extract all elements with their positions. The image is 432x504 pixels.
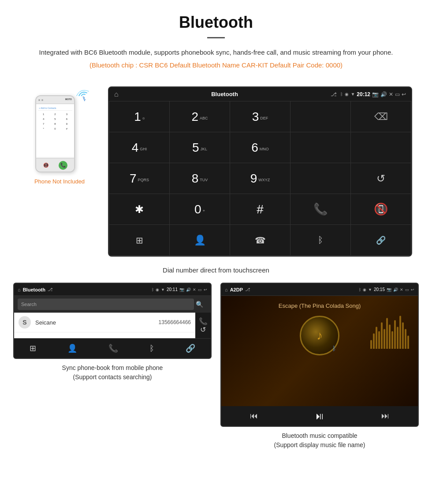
phone-wrapper: ᛒ MOTO + Add to Contacts 1 2 3 4 5 xyxy=(35,86,84,175)
pb-status-right: ᛒ ◉ ▼ 20:11 📷 🔊 ✕ ▭ ↩ xyxy=(152,287,207,292)
music-bt-overlay-icon: ᛒ xyxy=(332,345,336,352)
music-song-title: Escape (The Pina Colada Song) xyxy=(228,302,411,309)
music-back-icon[interactable]: ↩ xyxy=(411,287,414,292)
pb-search-icon[interactable]: 🔍 xyxy=(196,301,203,308)
phone-key-5[interactable]: 5 xyxy=(49,117,60,121)
bluetooth-specs: (Bluetooth chip : CSR BC6 Default Blueto… xyxy=(26,61,406,69)
pb-bt-bottom-icon[interactable]: ᛒ xyxy=(149,344,154,353)
pb-contact-number: 13566664466 xyxy=(159,319,191,325)
music-frame: ⌂ A2DP ⎇ ᛒ ◉ ▼ 20:15 📷 🔊 ✕ ▭ ↩ Escape (T… xyxy=(220,283,419,427)
dial-key-1[interactable]: 1⌾ xyxy=(109,101,170,132)
dial-key-hash[interactable]: # xyxy=(230,194,290,225)
pb-contacts-icon[interactable]: 👤 xyxy=(67,343,77,353)
dial-close-icon[interactable]: ✕ xyxy=(389,91,393,97)
dial-location-icon: ◉ xyxy=(345,92,349,97)
music-play-pause-button[interactable]: ⏯ xyxy=(315,411,324,422)
music-screen-icon[interactable]: ▭ xyxy=(405,287,409,292)
phone-key-6[interactable]: 6 xyxy=(61,117,72,121)
music-close-icon[interactable]: ✕ xyxy=(400,287,403,292)
phone-key-9[interactable]: 9 xyxy=(61,122,72,126)
dial-key-6[interactable]: 6MNO xyxy=(230,132,290,163)
dial-key-star[interactable]: ✱ xyxy=(109,194,170,225)
middle-section: ᛒ MOTO + Add to Contacts 1 2 3 4 5 xyxy=(0,82,432,261)
pb-search-placeholder: Search xyxy=(21,302,37,307)
pb-side-sync-icon[interactable]: ↺ xyxy=(200,325,206,334)
svg-text:ᛒ: ᛒ xyxy=(82,95,87,102)
pb-contact-row[interactable]: S Seicane 13566664466 xyxy=(14,313,195,332)
phone-key-hash[interactable]: # xyxy=(61,127,72,131)
pb-search-input[interactable]: Search xyxy=(18,299,194,310)
music-cam-icon: 📷 xyxy=(387,287,391,292)
music-loc-icon: ◉ xyxy=(363,287,366,292)
dial-grid-button[interactable]: ⊞ xyxy=(109,225,170,256)
phone-brand: MOTO xyxy=(65,98,72,101)
phone-keypad: 1 2 3 4 5 6 7 8 9 * 0 # xyxy=(38,112,72,131)
pb-back-icon[interactable]: ↩ xyxy=(204,287,207,292)
pb-loc-icon: ◉ xyxy=(156,287,159,292)
dial-keypad-grid: 1⌾ 2ABC 3DEF ⌫ 4GHI 5JKL xyxy=(109,101,411,256)
music-home-icon[interactable]: ⌂ xyxy=(225,287,228,292)
phone-screen: + Add to Contacts 1 2 3 4 5 6 7 8 9 * 0 … xyxy=(36,104,74,157)
page-title: Bluetooth xyxy=(26,13,406,32)
pb-usb-icon: ⎇ xyxy=(48,287,53,292)
phone-key-1[interactable]: 1 xyxy=(38,112,49,116)
dial-back-icon[interactable]: ↩ xyxy=(402,91,406,97)
music-caption-text: Bluetooth music compatible(Support displ… xyxy=(274,432,365,448)
dial-volume-icon[interactable]: 🔊 xyxy=(380,91,387,97)
dial-bluetooth-button[interactable]: ᛒ xyxy=(290,225,351,256)
phone-key-2[interactable]: 2 xyxy=(49,112,60,116)
dial-key-7[interactable]: 7PQRS xyxy=(109,163,170,194)
music-note-icon: ♪ xyxy=(317,329,323,343)
music-skip-prev-button[interactable]: ⏮ xyxy=(250,411,258,421)
dial-key-3[interactable]: 3DEF xyxy=(230,101,290,132)
phone-key-star[interactable]: * xyxy=(38,127,49,131)
music-skip-next-button[interactable]: ⏭ xyxy=(381,411,389,421)
dial-status-right: ᛒ ◉ ▼ 20:12 📷 🔊 ✕ ▭ ↩ xyxy=(340,91,406,97)
title-divider xyxy=(207,37,225,38)
dial-recent-calls-button[interactable]: ☎ xyxy=(230,225,290,256)
pb-grid-icon[interactable]: ⊞ xyxy=(30,343,36,353)
music-wifi-icon: ▼ xyxy=(368,287,372,292)
phone-key-3[interactable]: 3 xyxy=(61,112,72,116)
pb-screen-icon[interactable]: ▭ xyxy=(198,287,202,292)
phone-call-button[interactable]: 📞 xyxy=(59,161,67,170)
dial-end-call-button[interactable]: 📵 xyxy=(351,194,411,225)
phone-add-contacts-label: + Add to Contacts xyxy=(38,106,72,111)
pb-phone-icon[interactable]: 📞 xyxy=(108,343,118,353)
pb-statusbar: ⌂ Bluetooth ⎇ ᛒ ◉ ▼ 20:11 📷 🔊 ✕ ▭ ↩ xyxy=(14,284,211,296)
dial-statusbar: ⌂ Bluetooth ⎇ ᛒ ◉ ▼ 20:12 📷 🔊 ✕ ▭ ↩ xyxy=(109,87,411,101)
dial-camera-icon[interactable]: 📷 xyxy=(372,91,379,97)
dial-empty-2 xyxy=(290,132,351,163)
pb-wifi-icon: ▼ xyxy=(161,287,165,292)
phone-key-7[interactable]: 7 xyxy=(38,122,49,126)
dial-key-4[interactable]: 4GHI xyxy=(109,132,170,163)
dial-key-8[interactable]: 8TUV xyxy=(170,163,230,194)
phonebook-caption: Sync phone-book from mobile phone(Suppor… xyxy=(13,363,212,382)
dial-call-button[interactable]: 📞 xyxy=(290,194,351,225)
phone-key-0[interactable]: 0 xyxy=(49,127,60,131)
dial-home-icon[interactable]: ⌂ xyxy=(114,90,119,98)
pb-contact-avatar: S xyxy=(19,316,31,329)
dial-redial-button[interactable]: ↺ xyxy=(351,163,411,194)
music-equalizer xyxy=(370,314,409,349)
pb-title: Bluetooth xyxy=(23,287,45,292)
dial-link-button[interactable]: 🔗 xyxy=(351,225,411,256)
dial-screen-icon[interactable]: ▭ xyxy=(395,91,400,97)
pb-side-phone-icon[interactable]: 📞 xyxy=(199,317,208,325)
page-description: Integrated with BC6 Bluetooth module, su… xyxy=(26,47,406,58)
pb-close-icon[interactable]: ✕ xyxy=(193,287,196,292)
dial-backspace-button[interactable]: ⌫ xyxy=(351,101,411,132)
dial-bt-icon: ᛒ xyxy=(340,92,343,97)
dial-key-5[interactable]: 5JKL xyxy=(170,132,230,163)
pb-home-icon[interactable]: ⌂ xyxy=(18,287,21,292)
dial-key-9[interactable]: 9WXYZ xyxy=(230,163,290,194)
dial-contacts-button[interactable]: 👤 xyxy=(170,225,230,256)
dial-key-2[interactable]: 2ABC xyxy=(170,101,230,132)
phone-key-4[interactable]: 4 xyxy=(38,117,49,121)
music-album-art: ♪ ᛒ xyxy=(300,316,339,355)
music-main: Escape (The Pina Colada Song) ♪ ᛒ xyxy=(221,296,418,406)
dial-key-0[interactable]: 0+ xyxy=(170,194,230,225)
pb-bt-icon: ᛒ xyxy=(152,287,154,292)
phone-key-8[interactable]: 8 xyxy=(49,122,60,126)
pb-link-icon[interactable]: 🔗 xyxy=(186,343,195,353)
